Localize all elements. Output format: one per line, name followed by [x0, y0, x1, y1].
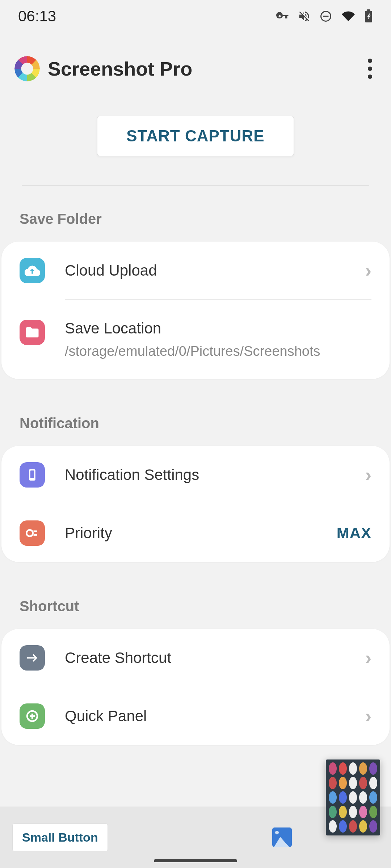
- section-header-notification: Notification: [0, 415, 391, 446]
- save-location-label: Save Location: [65, 320, 371, 337]
- shortcut-card: Create Shortcut › Quick Panel ›: [1, 629, 390, 745]
- create-shortcut-row[interactable]: Create Shortcut ›: [1, 629, 390, 687]
- shortcut-arrow-icon: [20, 645, 45, 671]
- do-not-disturb-icon: [319, 10, 332, 23]
- priority-row[interactable]: Priority MAX: [1, 504, 390, 562]
- quick-panel-row[interactable]: Quick Panel ›: [1, 687, 390, 745]
- section-header-shortcut: Shortcut: [0, 598, 391, 629]
- start-capture-button[interactable]: START CAPTURE: [97, 116, 294, 156]
- app-logo-icon: [14, 56, 40, 81]
- screenshot-thumbnail[interactable]: [326, 760, 380, 835]
- quick-panel-label: Quick Panel: [65, 707, 365, 725]
- battery-charging-icon: [364, 9, 373, 23]
- wifi-icon: [341, 10, 356, 23]
- save-location-value: /storage/emulated/0/Pictures/Screenshots: [65, 344, 371, 359]
- app-header: Screenshot Pro: [0, 33, 391, 116]
- chevron-right-icon: ›: [365, 464, 371, 486]
- nav-indicator: [154, 859, 237, 862]
- notification-card: Notification Settings › Priority MAX: [1, 446, 390, 562]
- cloud-upload-row[interactable]: Cloud Upload ›: [1, 242, 390, 299]
- phone-icon: [20, 462, 45, 488]
- chevron-right-icon: ›: [365, 260, 371, 281]
- mute-icon: [298, 10, 311, 23]
- small-button[interactable]: Small Button: [12, 824, 108, 851]
- app-title: Screenshot Pro: [48, 58, 192, 80]
- chevron-right-icon: ›: [365, 647, 371, 669]
- cloud-upload-label: Cloud Upload: [65, 262, 365, 279]
- notification-settings-label: Notification Settings: [65, 466, 365, 484]
- divider: [22, 185, 369, 186]
- save-location-row[interactable]: Save Location /storage/emulated/0/Pictur…: [1, 300, 390, 379]
- svg-rect-3: [367, 9, 370, 11]
- gallery-icon[interactable]: [272, 827, 292, 847]
- notification-settings-row[interactable]: Notification Settings ›: [1, 446, 390, 504]
- status-bar: 06:13: [0, 0, 391, 33]
- svg-rect-5: [30, 471, 34, 478]
- vpn-key-icon: [276, 10, 289, 23]
- plus-circle-icon: [20, 703, 45, 729]
- more-options-icon[interactable]: [363, 54, 377, 83]
- chevron-right-icon: ›: [365, 705, 371, 727]
- section-header-save-folder: Save Folder: [0, 211, 391, 242]
- save-folder-card: Cloud Upload › Save Location /storage/em…: [1, 242, 390, 379]
- clock-text: 06:13: [18, 8, 56, 25]
- create-shortcut-label: Create Shortcut: [65, 649, 365, 667]
- priority-label: Priority: [65, 524, 337, 542]
- priority-value: MAX: [337, 524, 371, 542]
- cloud-upload-icon: [20, 258, 45, 283]
- folder-icon: [20, 320, 45, 345]
- capture-button-row: START CAPTURE: [0, 116, 391, 185]
- priority-icon: [20, 520, 45, 546]
- status-icons: [276, 9, 373, 23]
